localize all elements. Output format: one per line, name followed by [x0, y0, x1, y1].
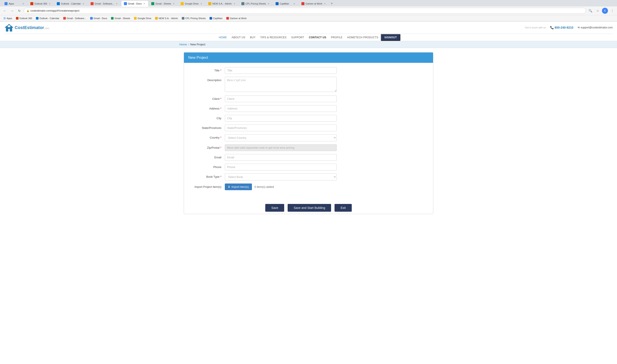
bookmark-cpl[interactable]: CPL Pricing Sheets — [180, 17, 207, 20]
page-content: New Project Title * Description — [180, 48, 437, 218]
title-label: Title * — [190, 67, 225, 72]
bookmark-gartner-icon — [226, 17, 229, 20]
tab-outlook365[interactable]: Outlook 365 × — [27, 0, 54, 6]
description-row: Description — [190, 77, 427, 92]
tab-close-gdrive[interactable]: × — [200, 2, 203, 5]
tab-close-apps[interactable]: × — [22, 2, 25, 5]
tab-close-gmail-sheets[interactable]: × — [172, 2, 175, 5]
svg-marker-0 — [5, 24, 13, 31]
tab-gartner[interactable]: Gartner at Work × — [299, 0, 329, 6]
tab-close-cpl[interactable]: × — [267, 2, 270, 5]
tab-favicon-gdrive — [181, 2, 184, 5]
bookmark-gmail-sw[interactable]: Gmail - Software... — [62, 17, 88, 20]
zip-input[interactable] — [225, 144, 337, 151]
form-title: New Project — [188, 55, 208, 60]
back-button[interactable]: ← — [2, 8, 8, 14]
bookmark-apps[interactable]: ⊞ Apps — [2, 16, 14, 20]
tab-label-apps: Apps — [9, 2, 14, 5]
signout-button[interactable]: SIGNOUT — [381, 34, 400, 41]
forward-button[interactable]: → — [9, 8, 15, 14]
address-required: * — [220, 107, 221, 110]
phone-input[interactable] — [225, 164, 337, 170]
tab-gdrive[interactable]: Google Drive × — [178, 0, 206, 6]
nav-contact[interactable]: CONTACT US — [307, 34, 329, 41]
client-input[interactable] — [225, 95, 337, 102]
contact-phone: 📞 800-240-8210 — [550, 26, 573, 29]
bookmark-button[interactable]: ☆ — [595, 8, 601, 14]
bookmark-apps-icon: ⊞ — [3, 17, 6, 20]
logo-icon — [4, 23, 14, 32]
logo-brand: CostEstimator — [15, 25, 44, 30]
tab-capmain[interactable]: CapMain × — [273, 0, 299, 6]
tab-gmail-sheets[interactable]: Gmail - Sheets × — [148, 0, 178, 6]
nav-tips[interactable]: TIPS & RESOURCES — [258, 34, 289, 41]
profile-button[interactable]: K — [602, 8, 608, 14]
bookmark-outlook-cal-label: Outlook - Calendar — [39, 17, 59, 20]
secure-icon: 🔒 — [26, 10, 29, 12]
tab-gmail-docs[interactable]: Gmail - Docs × — [121, 0, 149, 6]
tab-label-newsa: NEW S.A. - Admin — [212, 2, 232, 5]
tab-close-gmail-sw[interactable]: × — [115, 2, 118, 5]
more-tabs-button[interactable]: » — [329, 0, 334, 6]
bookmark-gmail-sheets[interactable]: Gmail - Sheets — [109, 17, 132, 20]
bookmark-outlook365[interactable]: Outlook 365 — [14, 17, 34, 20]
tab-apps[interactable]: Apps × — [2, 0, 27, 6]
bookmark-gmail-docs[interactable]: Gmail - Docs — [89, 17, 109, 20]
tab-outlook-cal[interactable]: Outlook - Calendar × — [54, 0, 88, 6]
tab-label-gdrive: Google Drive — [185, 2, 199, 5]
phone-control — [225, 164, 337, 170]
bookmark-outlook-cal[interactable]: Outlook - Calendar — [34, 17, 61, 20]
tab-newsa[interactable]: NEW S.A. - Admin × — [206, 0, 239, 6]
url-bar[interactable]: 🔒 costestimator.com/app/#!/createnewproj… — [24, 8, 586, 14]
bookmark-gdrive-label: Google Drive — [138, 17, 151, 20]
tab-label-cpl: CPL Pricing Sheets — [245, 2, 266, 5]
city-input[interactable] — [225, 115, 337, 122]
tab-close-newsa[interactable]: × — [233, 2, 236, 5]
nav-profile[interactable]: PROFILE — [329, 34, 345, 41]
tab-close-capmain[interactable]: × — [293, 2, 296, 5]
tab-close-gartner[interactable]: × — [323, 2, 326, 5]
search-button[interactable]: 🔍 — [587, 8, 593, 14]
nav-buy[interactable]: BUY — [248, 34, 258, 41]
city-row: City — [190, 115, 427, 122]
nav-hometech[interactable]: HOMETECH PRODUCTS — [345, 34, 380, 41]
bookmark-gartner[interactable]: Gartner at Work — [225, 17, 248, 20]
bookmark-gdrive[interactable]: Google Drive — [132, 17, 153, 20]
tab-close-gmail-docs[interactable]: × — [143, 2, 146, 5]
title-row: Title * — [190, 67, 427, 74]
nav-about[interactable]: ABOUT US — [230, 34, 248, 41]
tab-close-outlook-cal[interactable]: × — [82, 2, 85, 5]
breadcrumb-home-link[interactable]: Home — [180, 43, 187, 46]
bookmark-newsa[interactable]: NEW S.A. - Admin — [153, 17, 180, 20]
reload-button[interactable]: ↻ — [16, 8, 22, 14]
tab-close-outlook365[interactable]: × — [48, 2, 51, 5]
nav-home[interactable]: HOME — [217, 34, 229, 41]
import-area: ⬇ Import Item(s) 0 item(s) added — [225, 183, 337, 190]
tab-label-gmail-docs: Gmail - Docs — [128, 2, 142, 5]
email-input[interactable] — [225, 154, 337, 161]
tab-label-outlook365: Outlook 365 — [34, 2, 47, 5]
tab-gmail-sw[interactable]: Gmail - Software... × — [88, 0, 121, 6]
bookmark-capmain-label: CapMain — [213, 17, 222, 20]
exit-button[interactable]: Exit — [334, 204, 351, 212]
title-input[interactable] — [225, 67, 337, 74]
more-menu-button[interactable]: ⋮ — [609, 8, 615, 14]
book-type-select[interactable]: Select Book Residential Commercial — [225, 173, 337, 181]
description-textarea[interactable] — [225, 77, 337, 92]
country-select[interactable]: Select Country United States Canada Unit… — [225, 134, 337, 141]
bookmark-gmail-sw-icon — [63, 17, 66, 20]
zip-row: Zip/Postal * — [190, 144, 427, 151]
bookmark-capmain[interactable]: CapMain — [208, 17, 224, 20]
address-label: Address * — [190, 105, 225, 110]
import-button[interactable]: ⬇ Import Item(s) — [225, 183, 252, 190]
tab-cpl[interactable]: CPL Pricing Sheets × — [239, 0, 273, 6]
nav-support[interactable]: SUPPORT — [289, 34, 306, 41]
state-input[interactable] — [225, 125, 337, 131]
save-button[interactable]: Save — [265, 204, 284, 212]
tab-label-capmain: CapMain — [280, 2, 289, 5]
email-icon: ✉ — [578, 26, 580, 29]
nav-row: HOME ABOUT US BUY TIPS & RESOURCES SUPPO… — [4, 34, 613, 41]
address-input[interactable] — [225, 105, 337, 112]
save-and-start-building-button[interactable]: Save and Start Building — [288, 204, 331, 212]
bookmark-outlook-cal-icon — [36, 17, 39, 20]
